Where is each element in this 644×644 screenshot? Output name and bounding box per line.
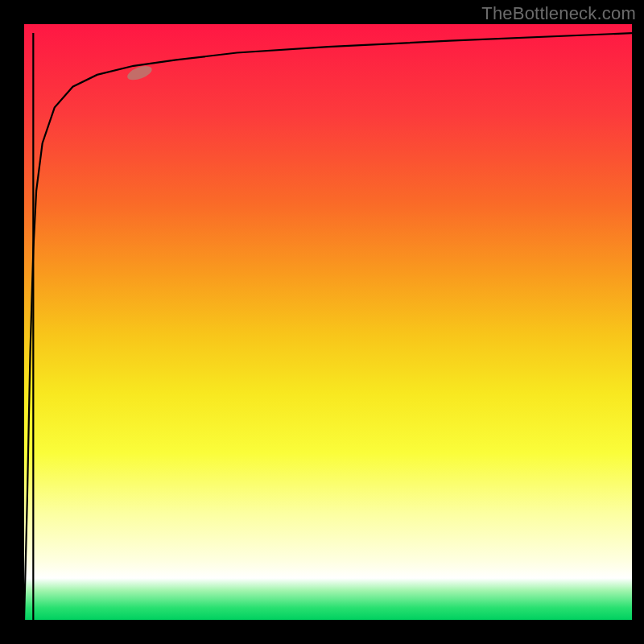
watermark-text: TheBottleneck.com: [481, 3, 636, 24]
chart-plot-area: [24, 24, 632, 620]
chart-frame: TheBottleneck.com: [0, 0, 644, 644]
